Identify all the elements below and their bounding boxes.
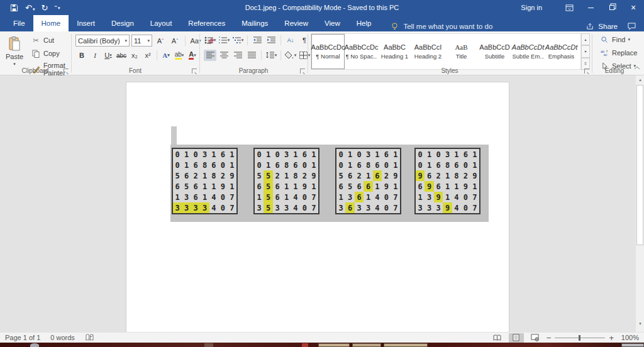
style-emphasis[interactable]: AaBbCcDt Emphasis [545,34,578,69]
embedded-image[interactable]: 0103161016860156218296561191136140733334… [170,145,489,222]
font-family-combobox[interactable]: Calibri (Body) ▾ [75,35,130,47]
grid-cell: 1 [425,160,433,170]
bullets-button[interactable]: ▾ [204,35,216,46]
style-heading-1[interactable]: AaBbC Heading 1 [378,34,411,69]
tab-references[interactable]: References [180,15,233,31]
grid-cell: 3 [425,202,433,213]
tab-design[interactable]: Design [103,15,142,31]
increase-indent-button[interactable] [265,35,277,46]
word-count[interactable]: 0 words [50,334,75,341]
document-page[interactable]: 0103161016860156218296561191136140733334… [126,82,509,332]
style-subtitle[interactable]: AaBbCcD Subtitle [478,34,511,69]
grid-cell: 6 [382,149,391,160]
read-mode-button[interactable] [490,333,505,343]
scroll-down-icon[interactable]: ▾ [636,319,644,328]
zoom-in-button[interactable]: + [609,334,614,342]
grid-cell: 1 [425,149,433,160]
grid-cell: 0 [300,202,309,213]
scroll-up-icon[interactable]: ▴ [636,75,644,84]
align-center-button[interactable] [218,50,230,61]
align-left-button[interactable] [204,50,216,61]
customize-quick-access-icon[interactable]: ⁼▾ [54,5,60,11]
share-button[interactable]: Share [585,21,618,31]
grid-cell: 8 [282,160,291,170]
tab-home[interactable]: Home [33,15,69,31]
tab-file[interactable]: File [5,15,33,31]
numbering-button[interactable]: ▾ [218,35,230,46]
close-button[interactable]: × [623,0,644,15]
sort-button[interactable]: A↓ [284,35,297,46]
proofing-status-icon[interactable] [85,333,95,343]
zoom-level[interactable]: 100% [618,334,639,341]
grow-font-button[interactable]: A [154,35,167,47]
zoom-slider-thumb[interactable] [579,335,580,341]
print-layout-button[interactable] [509,333,524,343]
highlight-color-button[interactable]: ab▾ [173,50,186,61]
copy-button[interactable]: Copy [29,48,70,59]
shading-button[interactable]: ▾ [284,50,297,61]
minimize-button[interactable] [580,0,601,15]
tab-help[interactable]: Help [348,15,380,31]
tell-me-box[interactable]: Tell me what you want to do [389,21,492,31]
line-spacing-button[interactable]: ▾ [265,50,277,61]
font-family-value: Calibri (Body) [78,37,120,45]
comments-icon[interactable] [626,21,636,31]
subscript-button[interactable]: x₂ [128,50,141,61]
tab-layout[interactable]: Layout [142,15,180,31]
italic-button[interactable]: I [89,50,101,61]
paragraph-dialog-launcher[interactable] [300,69,305,74]
font-dialog-launcher[interactable] [192,69,197,74]
web-layout-button[interactable] [528,333,543,343]
zoom-slider[interactable] [555,338,605,338]
styles-scroll-down-icon[interactable]: ▾ [581,45,590,57]
strikethrough-button[interactable]: abc [115,50,128,61]
scissors-icon: ✂ [31,35,41,45]
cut-button[interactable]: ✂ Cut [29,35,70,46]
page-count[interactable]: Page 1 of 1 [5,334,40,341]
replace-button[interactable]: abac Replace [597,47,639,58]
redo-icon[interactable]: ↻ [41,4,48,12]
grid-cell: 2 [382,170,391,181]
scrollbar-thumb[interactable] [636,85,643,245]
grid-cell: 7 [391,202,400,213]
tab-view[interactable]: View [316,15,348,31]
paste-dropdown-icon[interactable]: ▾ [13,62,16,67]
clipboard-dialog-launcher[interactable] [64,69,69,74]
styles-dialog-launcher[interactable] [584,69,589,74]
grid-cell: 5 [336,170,345,181]
save-icon[interactable] [9,3,19,13]
underline-button[interactable]: U▾ [102,50,114,61]
undo-icon[interactable]: ↶▾ [25,4,35,12]
find-button[interactable]: Find ▾ [597,34,639,45]
font-size-combobox[interactable]: 11 ▾ [131,35,152,47]
multilevel-list-button[interactable]: ▾ [231,35,244,46]
shrink-font-button[interactable]: A [169,35,181,47]
grid-cell: 9 [300,181,309,192]
bold-button[interactable]: B [75,50,88,61]
vertical-scrollbar[interactable]: ▴ ▾ [635,75,644,332]
superscript-button[interactable]: x² [142,50,154,61]
text-effects-button[interactable]: A▾ [160,50,172,61]
justify-button[interactable] [245,50,258,61]
grid-cell: 8 [291,170,300,181]
decrease-indent-button[interactable] [251,35,264,46]
styles-scroll-up-icon[interactable]: ▴ [581,33,590,45]
tab-insert[interactable]: Insert [69,15,103,31]
taskbar-edge[interactable] [0,343,644,347]
style-subtle-emphasis[interactable]: AaBbCcDt Subtle Em... [511,34,545,69]
tab-mailings[interactable]: Mailings [233,15,276,31]
sign-in-button[interactable]: Sign in [521,4,542,11]
tab-review[interactable]: Review [276,15,316,31]
style-no-spacing[interactable]: AaBbCcDc ¶ No Spac... [345,34,378,69]
paste-label: Paste [6,53,23,60]
grid-cell: 1 [182,149,191,160]
style-title[interactable]: AaB Title [445,34,478,69]
align-right-button[interactable] [231,50,244,61]
font-color-button[interactable]: A▾ [186,50,199,61]
collapse-ribbon-icon[interactable] [634,61,640,72]
ribbon-display-options-icon[interactable] [558,0,580,15]
style-heading-2[interactable]: AaBbCcI Heading 2 [411,34,445,69]
zoom-out-button[interactable]: − [547,334,552,342]
style-normal[interactable]: AaBbCcDc ¶ Normal [311,34,345,69]
restore-button[interactable] [601,0,623,15]
